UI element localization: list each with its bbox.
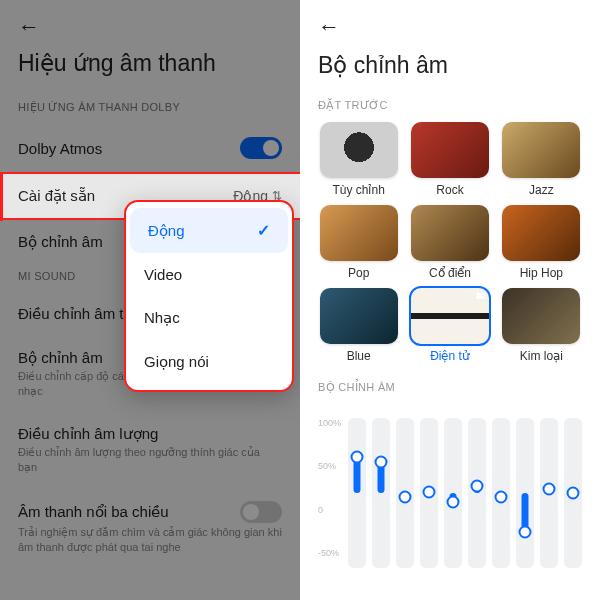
dropdown-item-video[interactable]: Video <box>126 253 292 296</box>
preset-tile-custom[interactable]: Tùy chỉnh <box>318 122 399 197</box>
dolby-atmos-label: Dolby Atmos <box>18 140 102 157</box>
preset-tile-jazz[interactable]: Jazz <box>501 122 582 197</box>
preset-tile-label: Rock <box>436 183 463 197</box>
eq-band-slider[interactable] <box>516 418 534 568</box>
preset-tile-blue[interactable]: Blue <box>318 288 399 363</box>
preset-grid: Tùy chỉnh Rock Jazz Pop Cổ điển Hip Hop … <box>300 122 600 363</box>
preset-tile-label: Pop <box>348 266 369 280</box>
dropdown-item-label: Giọng nói <box>144 353 209 371</box>
eq-band-slider[interactable] <box>540 418 558 568</box>
eq-band-knob[interactable] <box>519 526 532 539</box>
dolby-atmos-toggle[interactable] <box>240 137 282 159</box>
eq-band-knob[interactable] <box>471 479 484 492</box>
axis-tick: -50% <box>318 548 346 558</box>
preset-tile-metal[interactable]: Kim loại <box>501 288 582 363</box>
eq-band-knob[interactable] <box>399 490 412 503</box>
page-title: Hiệu ứng âm thanh <box>0 44 300 95</box>
preset-tile-label: Cổ điển <box>429 266 471 280</box>
equalizer-chart: 100% 50% 0 -50% <box>300 404 600 568</box>
dropdown-item-voice[interactable]: Giọng nói <box>126 340 292 384</box>
axis-tick: 100% <box>318 418 346 428</box>
eq-band-slider[interactable] <box>444 418 462 568</box>
surround-row-sub: Trải nghiệm sự đắm chìm và cảm giác khôn… <box>0 525 300 568</box>
eq-band-knob[interactable] <box>495 490 508 503</box>
preset-tile-label: Điện tử <box>430 349 470 363</box>
preset-tile-pop[interactable]: Pop <box>318 205 399 280</box>
dropdown-item-label: Video <box>144 266 182 283</box>
presets-section-label: ĐẶT TRƯỚC <box>300 95 600 122</box>
eq-band-knob[interactable] <box>375 455 388 468</box>
volume-row[interactable]: Điều chỉnh âm lượng <box>0 412 300 445</box>
volume-row-sub: Điều chỉnh âm lượng theo ngưỡng thính gi… <box>0 445 300 488</box>
eq-band-slider[interactable] <box>420 418 438 568</box>
eq-section-label: BỘ CHỈNH ÂM <box>300 363 600 404</box>
dropdown-item-label: Động <box>148 222 185 240</box>
adjust-sound-label: Điều chỉnh âm t <box>18 305 124 323</box>
sound-effects-screen: ← Hiệu ứng âm thanh HIỆU ỨNG ÂM THANH DO… <box>0 0 300 600</box>
playing-icon: ▮▮▮ <box>476 291 485 300</box>
page-title: Bộ chỉnh âm <box>300 44 600 95</box>
eq-band-knob[interactable] <box>543 483 556 496</box>
preset-tile-label: Kim loại <box>520 349 563 363</box>
axis-tick: 0 <box>318 505 346 515</box>
preset-tile-label: Tùy chỉnh <box>332 183 384 197</box>
preset-thumb <box>502 205 580 261</box>
surround-row-label: Âm thanh nổi ba chiều <box>18 503 169 521</box>
preset-tile-classical[interactable]: Cổ điển <box>409 205 490 280</box>
preset-thumb <box>502 122 580 178</box>
preset-tile-rock[interactable]: Rock <box>409 122 490 197</box>
preset-thumb <box>320 205 398 261</box>
dropdown-item-label: Nhạc <box>144 309 180 327</box>
dolby-atmos-row[interactable]: Dolby Atmos <box>0 124 300 172</box>
preset-thumb <box>320 122 398 178</box>
eq-band-slider[interactable] <box>372 418 390 568</box>
volume-row-label: Điều chỉnh âm lượng <box>18 425 158 443</box>
preset-thumb <box>320 288 398 344</box>
eq-band-knob[interactable] <box>567 487 580 500</box>
equalizer-screen: ← Bộ chỉnh âm ĐẶT TRƯỚC Tùy chỉnh Rock J… <box>300 0 600 600</box>
eq-axis: 100% 50% 0 -50% <box>318 418 346 558</box>
eq-band-slider[interactable] <box>564 418 582 568</box>
eq-band-knob[interactable] <box>423 485 436 498</box>
eq-band-knob[interactable] <box>447 496 460 509</box>
dolby-section-label: HIỆU ỨNG ÂM THANH DOLBY <box>0 95 300 124</box>
surround-toggle[interactable] <box>240 501 282 523</box>
axis-tick: 50% <box>318 461 346 471</box>
preset-tile-hiphop[interactable]: Hip Hop <box>501 205 582 280</box>
equalizer-label: Bộ chỉnh âm <box>18 233 103 251</box>
eq-band-slider[interactable] <box>396 418 414 568</box>
preset-thumb <box>411 205 489 261</box>
preset-label: Cài đặt sẵn <box>18 187 95 205</box>
preset-tile-label: Blue <box>347 349 371 363</box>
preset-dropdown: Động ✓ Video Nhạc Giọng nói <box>124 200 294 392</box>
check-icon: ✓ <box>257 221 270 240</box>
preset-thumb <box>502 288 580 344</box>
eq-band-slider[interactable] <box>492 418 510 568</box>
dropdown-item-dynamic[interactable]: Động ✓ <box>130 208 288 253</box>
preset-tile-label: Jazz <box>529 183 554 197</box>
eq-band-slider[interactable] <box>468 418 486 568</box>
eq-band-slider[interactable] <box>348 418 366 568</box>
back-icon[interactable]: ← <box>300 0 600 44</box>
surround-row[interactable]: Âm thanh nổi ba chiều <box>0 488 300 525</box>
preset-thumb: ▮▮▮ <box>411 288 489 344</box>
back-icon[interactable]: ← <box>0 0 300 44</box>
preset-tile-label: Hip Hop <box>520 266 563 280</box>
preset-thumb <box>411 122 489 178</box>
preset-tile-electronic[interactable]: ▮▮▮Điện tử <box>409 288 490 363</box>
dropdown-item-music[interactable]: Nhạc <box>126 296 292 340</box>
eq-row-label: Bộ chỉnh âm <box>18 349 103 367</box>
eq-band-knob[interactable] <box>351 451 364 464</box>
